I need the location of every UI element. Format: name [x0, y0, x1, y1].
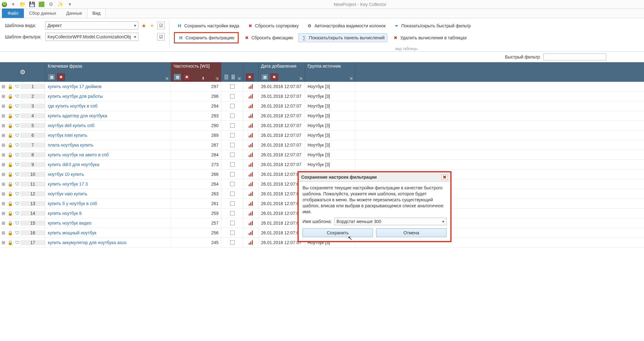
table-row[interactable]: ⊞🔒🛡2купить ноутбук для работы29626.01.20…	[0, 92, 644, 101]
cell-chart[interactable]	[243, 199, 258, 208]
pin-icon[interactable]: ⇲	[299, 76, 302, 81]
th-phrase[interactable]: Ключевая фраза ▦ ✖ ⇲	[45, 62, 171, 82]
cell-phrase[interactable]: ноутбук dell купить спб	[45, 121, 171, 130]
checkbox-icon[interactable]	[230, 123, 235, 128]
toggle-calc-panel-button[interactable]: Показать/скрыть панель вычислений	[298, 33, 387, 42]
filter-template-combo[interactable]: KeyCollectorWPF.Model.CustomizationObj	[45, 33, 138, 41]
cell-check[interactable]	[221, 92, 243, 101]
star-icon[interactable]	[149, 23, 155, 28]
tab-collect[interactable]: Сбор данных	[24, 8, 61, 18]
expand-icon[interactable]: ⊞	[0, 103, 7, 109]
cell-check[interactable]	[221, 179, 243, 189]
cell-phrase[interactable]: купить адаптер для ноутбука	[45, 111, 171, 120]
cell-phrase[interactable]: купить ноутбук 17 3	[45, 179, 171, 189]
cell-chart[interactable]	[243, 150, 258, 159]
delete-calc-button[interactable]: Удалить вычисления в таблицах	[390, 33, 469, 42]
checkbox-icon[interactable]	[230, 104, 235, 108]
toggle-quick-filter-button[interactable]: Показать/скрыть быстрый фильтр	[391, 21, 474, 30]
tab-data[interactable]: Данные	[61, 8, 87, 18]
settings-icon[interactable]	[48, 1, 54, 8]
cell-check[interactable]	[221, 121, 243, 130]
col-tool-icon[interactable]: ▦	[48, 74, 55, 81]
checkbox-icon[interactable]	[230, 162, 235, 167]
checkbox-icon[interactable]	[230, 94, 235, 98]
th-check[interactable]: ☐ ☑ ⇲	[221, 62, 243, 82]
col-clear-icon[interactable]: ✖	[183, 74, 191, 81]
checkbox-icon[interactable]	[230, 143, 235, 147]
qat-dropdown-icon[interactable]	[10, 1, 16, 8]
cell-chart[interactable]	[243, 189, 258, 198]
cell-check[interactable]	[221, 218, 243, 228]
qat-more-icon[interactable]	[67, 1, 73, 8]
cell-phrase[interactable]: купить мощный ноутбук	[45, 228, 171, 238]
expand-icon[interactable]: ⊞	[0, 240, 7, 245]
pin-icon[interactable]: ⇲	[165, 76, 168, 81]
magic-icon[interactable]	[57, 1, 64, 8]
reset-fix-button[interactable]: Сбросить фиксацию	[241, 33, 296, 42]
table-row[interactable]: ⊞🔒🛡6ноутбук intel купить28926.01.2018 12…	[0, 131, 644, 140]
pin-icon[interactable]: ⇲	[349, 76, 353, 81]
expand-icon[interactable]: ⊞	[0, 143, 7, 148]
expand-icon[interactable]: ⊞	[0, 172, 7, 177]
checkbox-apply-filter[interactable]	[157, 33, 165, 41]
cell-check[interactable]	[221, 82, 243, 91]
expand-icon[interactable]: ⊞	[0, 221, 7, 226]
cell-check[interactable]	[221, 209, 243, 218]
checkbox-icon[interactable]	[230, 221, 235, 225]
cell-chart[interactable]	[243, 209, 258, 218]
cell-check[interactable]	[221, 238, 243, 247]
expand-icon[interactable]: ⊞	[0, 152, 7, 157]
close-icon[interactable]: ✖	[441, 174, 448, 180]
expand-icon[interactable]: ⊞	[0, 191, 7, 196]
cell-chart[interactable]	[243, 160, 258, 169]
cell-phrase[interactable]: купить аккумулятор для ноутбука asus	[45, 238, 171, 247]
save-view-button[interactable]: Сохранить настройки вида	[174, 21, 242, 30]
cell-phrase[interactable]: купить ноутбук 17 дюймов	[45, 82, 171, 91]
checkbox-icon[interactable]	[230, 153, 235, 157]
cell-chart[interactable]	[243, 170, 258, 179]
dialog-cancel-button[interactable]: Отмена	[376, 228, 447, 237]
cell-phrase[interactable]: плата ноутбука купить	[45, 140, 171, 150]
table-row[interactable]: ⊞🔒🛡5ноутбук dell купить спб29026.01.2018…	[0, 121, 644, 131]
save-icon[interactable]	[29, 1, 35, 8]
pin-icon[interactable]: ⇲	[237, 76, 241, 81]
cell-check[interactable]	[221, 131, 243, 140]
tab-view[interactable]: Вид	[87, 8, 106, 18]
file-tab[interactable]: Файл	[2, 8, 24, 18]
col-tool-icon[interactable]: ▦	[261, 74, 269, 81]
cell-phrase[interactable]: купить ноутбук на авито в спб	[45, 150, 171, 159]
checkbox-icon[interactable]	[230, 182, 235, 186]
checkbox-icon[interactable]	[230, 114, 235, 118]
cell-chart[interactable]	[243, 121, 258, 130]
cell-phrase[interactable]: купить б у ноутбук в спб	[45, 199, 171, 208]
cell-phrase[interactable]: купить ноутбук 8	[45, 209, 171, 218]
cell-phrase[interactable]: где купить ноутбук в спб	[45, 101, 171, 111]
auto-cols-button[interactable]: Автонастройка видимости колонок	[304, 21, 388, 30]
sort-asc-icon[interactable]: ⬆	[202, 76, 205, 81]
checkbox-icon[interactable]	[230, 201, 235, 206]
cell-chart[interactable]	[243, 179, 258, 189]
th-date[interactable]: Дата добавления ▦ ✖ ⇲	[258, 62, 305, 82]
cell-chart[interactable]	[243, 101, 258, 111]
checkbox-icon[interactable]	[230, 240, 235, 245]
view-template-combo[interactable]: Директ	[45, 21, 138, 30]
excel-icon[interactable]	[38, 1, 45, 8]
th-chart[interactable]: ✖	[243, 62, 258, 82]
col-tool-icon[interactable]: ▦	[174, 74, 181, 81]
cell-check[interactable]	[221, 170, 243, 179]
expand-icon[interactable]: ⊞	[0, 230, 7, 235]
table-row[interactable]: ⊞🔒🛡4купить адаптер для ноутбука29326.01.…	[0, 111, 644, 121]
table-row[interactable]: ⊞🔒🛡1купить ноутбук 17 дюймов29726.01.201…	[0, 82, 644, 92]
cell-check[interactable]	[221, 189, 243, 198]
cell-chart[interactable]	[243, 92, 258, 101]
cell-check[interactable]	[221, 111, 243, 120]
col-clear-icon[interactable]: ✖	[57, 74, 65, 81]
expand-icon[interactable]: ⊞	[0, 94, 7, 99]
cell-check[interactable]	[221, 101, 243, 111]
col-clear-icon[interactable]: ✖	[246, 74, 253, 81]
col-tool-icon[interactable]: ☑	[231, 74, 236, 81]
cell-chart[interactable]	[243, 218, 258, 228]
table-row[interactable]: ⊞🔒🛡9купить ddr3 для ноутбука27326.01.201…	[0, 160, 644, 170]
pin-icon[interactable]: ⇲	[215, 76, 219, 81]
save-filter-button[interactable]: Сохранить фильтрацию	[174, 32, 239, 43]
